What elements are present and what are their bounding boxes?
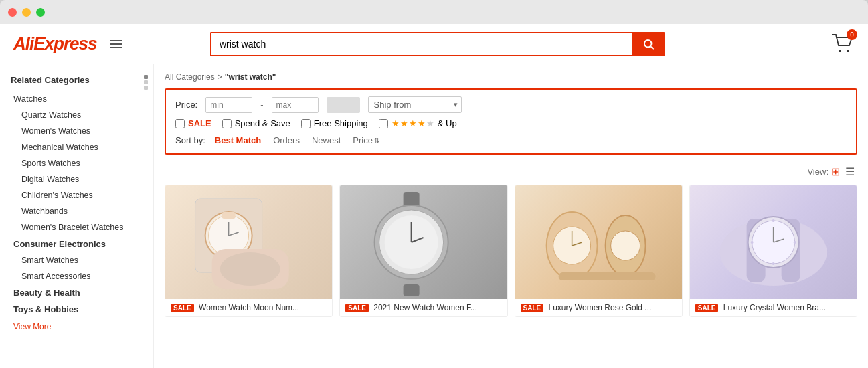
sidebar-item-smart-watches[interactable]: Smart Watches — [11, 252, 153, 268]
related-categories-title: Related Categories — [11, 75, 153, 85]
breadcrumb-all-categories[interactable]: All Categories — [165, 72, 215, 82]
product-info-1: SALE Women Watch Moon Num... — [165, 299, 332, 316]
main-content: All Categories > "wrist watch" Price: - … — [154, 64, 868, 368]
free-shipping-label: Free Shipping — [314, 118, 368, 128]
price-dash: - — [260, 100, 263, 110]
sidebar-item-smart-accessories[interactable]: Smart Accessories — [11, 268, 153, 284]
spend-save-checkbox[interactable]: Spend & Save — [222, 118, 290, 128]
product-image-1 — [165, 185, 332, 299]
menu-icon[interactable] — [110, 40, 122, 48]
maximize-btn[interactable] — [36, 8, 45, 17]
search-wrapper — [210, 32, 665, 56]
sale-badge-3: SALE — [521, 304, 544, 312]
sort-price[interactable]: Price ⇅ — [350, 134, 382, 147]
checkbox-group: SALE Spend & Save Free Shipping — [175, 118, 457, 128]
sale-checkbox-input[interactable] — [175, 119, 185, 128]
filter-row-price: Price: - Ship from — [175, 96, 847, 113]
svg-line-1 — [650, 46, 653, 49]
view-more-link[interactable]: View More — [11, 318, 153, 331]
products-grid: SALE Women Watch Moon Num... — [165, 185, 857, 317]
cart-icon[interactable]: 0 — [831, 31, 855, 57]
app-container: AliExpress 0 — [0, 24, 868, 368]
breadcrumb: All Categories > "wrist watch" — [165, 72, 857, 82]
window-chrome — [0, 0, 868, 24]
free-shipping-input[interactable] — [301, 119, 311, 128]
sidebar-item-watches[interactable]: Watches — [11, 90, 153, 107]
sidebar-item-mechanical[interactable]: Mechanical Watches — [11, 139, 153, 155]
star-5: ★ — [426, 118, 434, 128]
price-label: Price: — [175, 100, 197, 110]
svg-point-2 — [839, 50, 841, 52]
sale-badge-1: SALE — [171, 304, 194, 312]
sort-orders[interactable]: Orders — [270, 134, 302, 147]
svg-point-34 — [772, 219, 774, 222]
rating-checkbox[interactable]: ★ ★ ★ ★ ★ & Up — [379, 118, 457, 128]
list-view-button[interactable]: ☰ — [843, 164, 857, 179]
star-1: ★ — [392, 118, 400, 128]
product-info-3: SALE Luxury Women Rose Gold ... — [515, 299, 682, 316]
sort-label: Sort by: — [175, 135, 205, 145]
svg-point-35 — [793, 241, 796, 244]
filter-box: Price: - Ship from — [165, 88, 857, 155]
grid-view-button[interactable]: ⊞ — [829, 164, 843, 179]
rating-input[interactable] — [379, 119, 388, 128]
sidebar-item-consumer-electronics[interactable]: Consumer Electronics — [11, 236, 153, 252]
product-card-1[interactable]: SALE Women Watch Moon Num... — [165, 185, 333, 317]
svg-point-12 — [220, 252, 280, 286]
ship-from-wrapper: Ship from — [368, 96, 462, 113]
sidebar-item-watchbands[interactable]: Watchbands — [11, 203, 153, 219]
sale-checkbox[interactable]: SALE — [175, 118, 211, 128]
cart-count: 0 — [847, 29, 857, 40]
sidebar-item-sports[interactable]: Sports Watches — [11, 155, 153, 171]
product-card-2[interactable]: SALE 2021 New Watch Women F... — [339, 185, 507, 317]
product-image-2 — [340, 185, 507, 299]
svg-point-3 — [847, 50, 849, 52]
sidebar-item-beauty[interactable]: Beauty & Health — [11, 284, 153, 301]
breadcrumb-query: "wrist watch" — [225, 72, 276, 82]
minimize-btn[interactable] — [22, 8, 31, 17]
search-input[interactable] — [210, 32, 632, 56]
sort-newest[interactable]: Newest — [309, 134, 343, 147]
svg-point-25 — [610, 231, 640, 260]
sort-best-match[interactable]: Best Match — [212, 134, 264, 147]
sidebar-item-digital[interactable]: Digital Watches — [11, 171, 153, 187]
product-image-4 — [690, 185, 857, 299]
sidebar-item-quartz[interactable]: Quartz Watches — [11, 107, 153, 123]
product-info-2: SALE 2021 New Watch Women F... — [340, 299, 507, 316]
svg-rect-19 — [404, 284, 420, 296]
svg-point-37 — [750, 241, 753, 244]
price-sort-arrows: ⇅ — [374, 137, 379, 144]
svg-rect-7 — [222, 212, 236, 219]
sidebar-item-womens[interactable]: Women's Watches — [11, 123, 153, 139]
header: AliExpress 0 — [0, 24, 868, 64]
price-min-input[interactable] — [205, 97, 252, 113]
sale-badge-2: SALE — [345, 304, 369, 312]
spend-save-input[interactable] — [222, 119, 232, 128]
sale-label: SALE — [188, 118, 211, 128]
ship-from-select[interactable]: Ship from — [368, 96, 462, 113]
product-info-4: SALE Luxury Crystal Women Bra... — [690, 299, 857, 316]
sidebar-item-childrens[interactable]: Children's Watches — [11, 187, 153, 203]
logo[interactable]: AliExpress — [13, 33, 96, 54]
product-title-4: SALE Luxury Crystal Women Bra... — [695, 303, 851, 312]
free-shipping-checkbox[interactable]: Free Shipping — [301, 118, 368, 128]
filter-row-checkboxes: SALE Spend & Save Free Shipping — [175, 118, 847, 128]
svg-point-0 — [644, 40, 652, 48]
close-btn[interactable] — [8, 8, 17, 17]
breadcrumb-separator: > — [218, 72, 222, 82]
svg-rect-26 — [558, 272, 655, 280]
product-card-4[interactable]: SALE Luxury Crystal Women Bra... — [689, 185, 857, 317]
rating-up-label: & Up — [438, 118, 457, 128]
scroll-indicator — [144, 75, 148, 90]
product-card-3[interactable]: SALE Luxury Women Rose Gold ... — [515, 185, 683, 317]
sidebar-item-toys[interactable]: Toys & Hobbies — [11, 301, 153, 318]
star-2: ★ — [400, 118, 408, 128]
price-max-input[interactable] — [272, 97, 319, 113]
sidebar: Related Categories Watches Quartz Watche… — [0, 64, 154, 368]
sidebar-item-bracelet[interactable]: Women's Bracelet Watches — [11, 219, 153, 236]
product-title-1: SALE Women Watch Moon Num... — [171, 303, 327, 312]
search-button[interactable] — [632, 32, 665, 56]
product-image-3 — [515, 185, 682, 299]
price-apply-button[interactable] — [327, 97, 360, 113]
sale-badge-4: SALE — [695, 304, 719, 312]
